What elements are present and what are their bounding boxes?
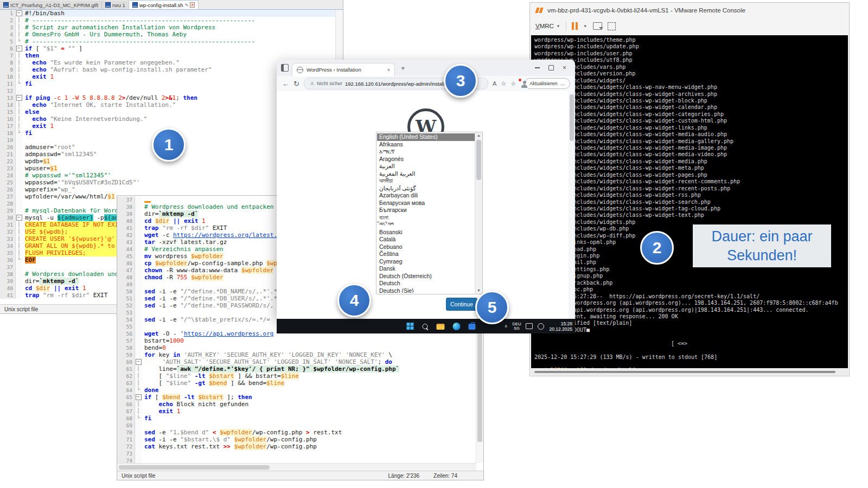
fold-margin[interactable]: [135, 288, 142, 295]
fold-margin[interactable]: −: [135, 394, 142, 401]
language-option[interactable]: Cebuano: [377, 243, 475, 251]
workspaces-icon[interactable]: [281, 64, 289, 72]
back-button[interactable]: ←: [282, 80, 289, 88]
fold-margin[interactable]: │: [16, 31, 22, 38]
fold-margin[interactable]: │: [16, 228, 22, 235]
language-option[interactable]: Dansk: [377, 265, 475, 273]
fold-margin[interactable]: [135, 203, 142, 210]
language-option[interactable]: العربية: [377, 163, 475, 170]
fold-margin[interactable]: │: [135, 380, 142, 387]
fold-margin[interactable]: [16, 193, 22, 200]
fold-margin[interactable]: │: [16, 123, 22, 130]
continue-button[interactable]: Continue: [446, 298, 477, 311]
language-option[interactable]: Deutsch (Sie): [377, 287, 475, 293]
scrollbar-thumb[interactable]: [119, 465, 270, 470]
language-option[interactable]: Беларуская мова: [377, 200, 475, 207]
fold-margin[interactable]: [16, 158, 22, 165]
tab-close-icon[interactable]: ×: [190, 2, 195, 8]
update-button[interactable]: Aktualisieren …: [525, 78, 570, 89]
edge-browser-icon[interactable]: [452, 323, 460, 330]
scrollbar-horizontal-vmware[interactable]: [531, 369, 848, 375]
fold-margin[interactable]: [135, 281, 142, 288]
language-option[interactable]: Deutsch: [377, 280, 475, 287]
fold-margin[interactable]: │: [16, 73, 22, 80]
language-option[interactable]: Cymraeg: [377, 258, 475, 266]
fold-margin[interactable]: −: [16, 45, 22, 52]
scrollbar-horizontal-2[interactable]: [117, 463, 476, 471]
fold-margin[interactable]: └: [16, 256, 22, 264]
language-option[interactable]: অসমীয়া: [377, 177, 475, 185]
fold-margin[interactable]: └: [16, 80, 22, 87]
language-option[interactable]: བོད་ཡིག: [377, 221, 475, 229]
fold-margin[interactable]: [135, 337, 142, 344]
fold-margin[interactable]: −: [135, 358, 142, 365]
scrollbar-thumb[interactable]: [570, 94, 574, 141]
fold-margin[interactable]: [135, 260, 142, 267]
fold-margin[interactable]: [135, 239, 142, 246]
new-tab-button[interactable]: +: [398, 64, 408, 72]
fold-margin[interactable]: │: [135, 365, 142, 373]
fold-margin[interactable]: [16, 186, 22, 193]
fold-margin[interactable]: [135, 457, 142, 463]
fold-margin[interactable]: [135, 295, 142, 302]
fold-margin[interactable]: [135, 344, 142, 351]
fold-margin[interactable]: └: [135, 415, 142, 422]
tray-monitor-icon[interactable]: [526, 323, 533, 329]
fold-margin[interactable]: [16, 264, 22, 271]
fold-margin[interactable]: │: [16, 115, 22, 123]
fold-margin[interactable]: └: [135, 387, 142, 394]
fold-margin[interactable]: [135, 422, 142, 429]
restore-button[interactable]: [548, 65, 554, 70]
fold-margin[interactable]: │: [16, 108, 22, 115]
language-list-scrollbar[interactable]: ▲ ▼: [475, 132, 482, 294]
fold-margin[interactable]: [135, 210, 142, 217]
fold-margin[interactable]: [16, 207, 22, 214]
fold-margin[interactable]: [135, 323, 142, 330]
tab-wp-config-install[interactable]: wp-config-install.sh ✎ ×: [129, 0, 199, 9]
close-button[interactable]: ×: [563, 65, 566, 70]
collections-icon[interactable]: ☆: [510, 80, 516, 87]
taskbar-clock[interactable]: 15:2820.12.2025: [549, 321, 572, 332]
fold-margin[interactable]: [135, 246, 142, 253]
fold-margin[interactable]: │: [16, 242, 22, 249]
fold-margin[interactable]: −: [16, 214, 22, 221]
fold-margin[interactable]: [16, 151, 22, 158]
file-explorer-icon[interactable]: [436, 324, 444, 330]
fold-margin[interactable]: [16, 137, 22, 144]
scrollbar-thumb[interactable]: [477, 324, 482, 442]
fold-margin[interactable]: [16, 278, 22, 285]
language-option[interactable]: English (United States): [377, 133, 475, 141]
language-option[interactable]: گؤنئی آذربایجان: [377, 185, 475, 192]
fold-margin[interactable]: │: [16, 17, 22, 24]
scrollbar-thumb[interactable]: [534, 371, 835, 373]
fold-margin[interactable]: [135, 274, 142, 281]
keyboard-language-indicator[interactable]: DEUSG: [513, 322, 521, 331]
more-options-icon[interactable]: …: [560, 81, 565, 86]
fold-margin[interactable]: [135, 450, 142, 457]
fold-margin[interactable]: [16, 165, 22, 172]
start-button-icon[interactable]: [406, 323, 413, 330]
fold-margin[interactable]: │: [16, 235, 22, 242]
fold-margin[interactable]: [135, 429, 142, 436]
language-list[interactable]: English (United States)AfrikaansአማርኛArag…: [377, 133, 475, 293]
fold-margin[interactable]: [135, 316, 142, 323]
browser-tab[interactable]: WordPress › Installation ×: [292, 63, 395, 76]
fold-margin[interactable]: [16, 144, 22, 151]
fold-margin[interactable]: [135, 224, 142, 232]
language-option[interactable]: Български: [377, 207, 475, 214]
fold-margin[interactable]: [135, 253, 142, 260]
language-option[interactable]: Čeština: [377, 251, 475, 258]
fold-margin[interactable]: │: [16, 59, 22, 66]
language-option[interactable]: Aragonés: [377, 156, 475, 163]
fold-margin[interactable]: [135, 351, 142, 358]
chevron-down-icon[interactable]: ▼: [583, 24, 588, 29]
pin-icon[interactable]: ✎: [185, 3, 189, 8]
fold-margin[interactable]: │: [16, 249, 22, 256]
language-option[interactable]: العربية المغربية: [377, 170, 475, 178]
fold-margin[interactable]: │: [135, 373, 142, 380]
fold-margin[interactable]: −: [16, 10, 22, 17]
fold-margin[interactable]: [135, 436, 142, 443]
read-aloud-icon[interactable]: A: [493, 80, 496, 87]
favorite-star-icon[interactable]: ☆: [501, 80, 506, 87]
fold-margin[interactable]: [135, 309, 142, 316]
